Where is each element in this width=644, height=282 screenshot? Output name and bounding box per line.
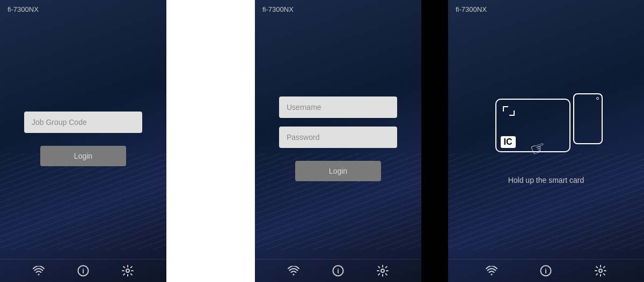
phone-shape <box>573 93 603 144</box>
password-input[interactable] <box>279 127 397 148</box>
footer-left: i <box>0 259 166 282</box>
settings-icon-middle[interactable] <box>377 265 389 277</box>
svg-point-0 <box>38 274 39 276</box>
username-input[interactable] <box>279 97 397 118</box>
login-button-middle[interactable]: Login <box>295 161 381 181</box>
content-middle: Login <box>255 19 421 259</box>
svg-point-4 <box>292 274 294 276</box>
svg-point-3 <box>126 269 129 272</box>
device-title-right: fi-7300NX <box>456 5 487 13</box>
smartcard-label: Hold up the smart card <box>508 176 584 184</box>
login-button-left[interactable]: Login <box>40 146 126 166</box>
device-title-middle: fi-7300NX <box>262 5 294 13</box>
job-group-code-input[interactable] <box>24 112 142 133</box>
footer-right: i <box>448 259 644 282</box>
ic-badge: IC <box>501 136 516 148</box>
svg-point-7 <box>381 269 384 272</box>
settings-icon-right[interactable] <box>595 265 606 277</box>
wifi-icon-left[interactable] <box>33 266 45 276</box>
info-icon-right[interactable]: i <box>540 265 552 277</box>
settings-icon-left[interactable] <box>122 265 134 277</box>
panel-right: fi-7300NX IC ☞ Hold up the smart card <box>448 0 644 282</box>
svg-point-8 <box>491 274 492 276</box>
footer-middle: i <box>255 259 421 282</box>
phone-dot <box>596 97 599 100</box>
content-left: Login <box>0 19 166 259</box>
header-left: fi-7300NX <box>0 0 166 19</box>
svg-text:i: i <box>337 267 339 275</box>
content-right: IC ☞ Hold up the smart card <box>448 19 644 259</box>
gap-left-middle <box>166 0 255 282</box>
gap-middle-right <box>421 0 448 282</box>
header-middle: fi-7300NX <box>255 0 421 19</box>
info-icon-left[interactable]: i <box>77 265 89 277</box>
svg-text:i: i <box>82 267 84 275</box>
svg-text:i: i <box>545 267 547 275</box>
smartcard-illustration: IC ☞ <box>490 93 603 163</box>
panel-middle: fi-7300NX Login i <box>255 0 421 282</box>
panel-left: fi-7300NX Login i <box>0 0 166 282</box>
wifi-icon-middle[interactable] <box>288 266 299 276</box>
scan-target-icon <box>503 106 515 116</box>
info-icon-middle[interactable]: i <box>332 265 344 277</box>
wifi-icon-right[interactable] <box>486 266 497 276</box>
header-right: fi-7300NX <box>448 0 644 19</box>
device-title-left: fi-7300NX <box>8 5 39 13</box>
svg-point-11 <box>599 269 602 272</box>
